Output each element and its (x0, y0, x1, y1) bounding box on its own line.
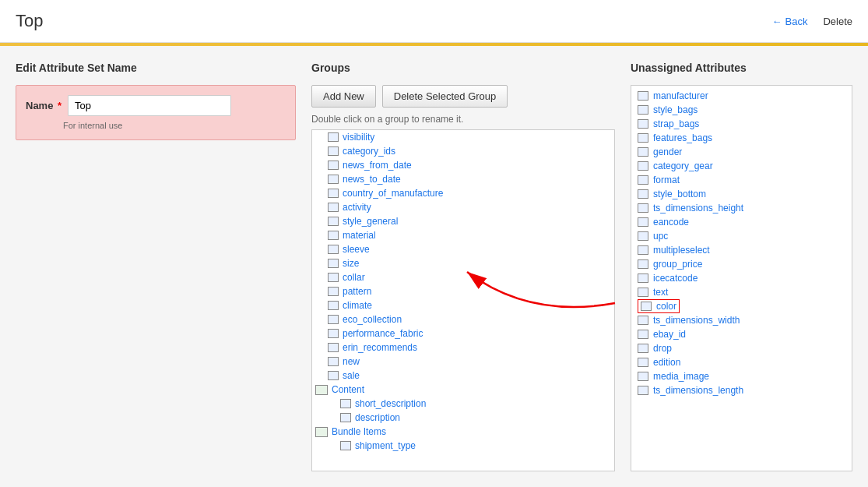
unassigned-item-eancode[interactable]: eancode (638, 215, 845, 229)
unassigned-item-ebay_id[interactable]: ebay_id (638, 327, 845, 341)
delete-selected-group-button[interactable]: Delete Selected Group (382, 85, 508, 108)
unassigned-item-icecatcode[interactable]: icecatcode (638, 271, 845, 285)
unassigned-item-drop[interactable]: drop (638, 341, 845, 355)
attr-icon (328, 259, 339, 268)
attr-icon (328, 301, 339, 310)
tree-item-label: performance_fabric (343, 328, 423, 339)
tree-item-size[interactable]: size (312, 256, 614, 270)
unassigned-item-ts_dimensions_length[interactable]: ts_dimensions_length (638, 383, 845, 397)
group-folder-icon (315, 385, 328, 395)
groups-title: Groups (311, 62, 615, 74)
left-panel: Edit Attribute Set Name Name * For inter… (16, 62, 296, 471)
tree-item-label: material (343, 230, 376, 241)
unassigned-item-color[interactable]: color (638, 299, 680, 313)
tree-item-country_of_manufacture[interactable]: country_of_manufacture (312, 186, 614, 200)
tree-item-news_from_date[interactable]: news_from_date (312, 158, 614, 172)
unassigned-title: Unassigned Attributes (631, 62, 852, 74)
tree-item-label: Bundle Items (332, 426, 386, 437)
unassigned-attr-icon (638, 91, 648, 101)
unassigned-item-ts_dimensions_width[interactable]: ts_dimensions_width (638, 313, 845, 327)
tree-item-new[interactable]: new (312, 355, 614, 369)
tree-item-erin_recommends[interactable]: erin_recommends (312, 341, 614, 355)
unassigned-item-text[interactable]: text (638, 285, 845, 299)
unassigned-item-group_price[interactable]: group_price (638, 257, 845, 271)
unassigned-item-media_image[interactable]: media_image (638, 369, 845, 383)
tree-item-collar[interactable]: collar (312, 270, 614, 284)
unassigned-attr-icon (638, 119, 648, 129)
unassigned-item-category_gear[interactable]: category_gear (638, 159, 845, 173)
attr-icon (328, 161, 339, 170)
tree-item-label: description (355, 412, 400, 423)
attr-icon (328, 343, 339, 352)
tree-item-performance_fabric[interactable]: performance_fabric (312, 326, 614, 341)
tree-item-label: short_description (355, 398, 426, 409)
unassigned-item-manufacturer[interactable]: manufacturer (638, 89, 845, 103)
attr-icon (328, 132, 339, 142)
required-star: * (54, 100, 61, 111)
tree-item-pattern[interactable]: pattern (312, 284, 614, 298)
unassigned-attr-icon (638, 189, 648, 199)
main-content: Edit Attribute Set Name Name * For inter… (0, 46, 868, 487)
unassigned-item-features_bags[interactable]: features_bags (638, 131, 845, 145)
tree-item-sleeve[interactable]: sleeve (312, 242, 614, 256)
attr-icon (328, 245, 339, 254)
unassigned-item-gender[interactable]: gender (638, 145, 845, 159)
right-area: Groups Add New Delete Selected Group Dou… (311, 62, 852, 471)
unassigned-item-edition[interactable]: edition (638, 355, 845, 369)
add-new-button[interactable]: Add New (311, 85, 376, 108)
unassigned-attr-label: ts_dimensions_height (653, 203, 743, 214)
back-button[interactable]: ← Back (772, 16, 808, 27)
groups-tree[interactable]: visibilitycategory_idsnews_from_datenews… (311, 129, 615, 471)
back-arrow-icon: ← (772, 16, 782, 27)
unassigned-attr-icon (638, 217, 648, 227)
unassigned-attr-icon (638, 372, 648, 381)
unassigned-attr-icon (638, 147, 648, 157)
unassigned-item-ts_dimensions_height[interactable]: ts_dimensions_height (638, 201, 845, 215)
unassigned-item-strap_bags[interactable]: strap_bags (638, 117, 845, 131)
tree-item-material[interactable]: material (312, 228, 614, 242)
tree-item-category_ids[interactable]: category_ids (312, 144, 614, 158)
unassigned-item-style_bottom[interactable]: style_bottom (638, 187, 845, 201)
tree-item-label: visibility (343, 132, 374, 143)
unassigned-panel: Unassigned Attributes manufacturerstyle_… (631, 62, 852, 471)
name-label: Name * (26, 100, 61, 111)
unassigned-attr-icon (638, 231, 648, 241)
tree-item-style_general[interactable]: style_general (312, 214, 614, 228)
unassigned-item-upc[interactable]: upc (638, 229, 845, 243)
tree-item-eco_collection[interactable]: eco_collection (312, 312, 614, 326)
tree-item-label: new (343, 356, 360, 367)
unassigned-list[interactable]: manufacturerstyle_bagsstrap_bagsfeatures… (631, 85, 852, 471)
unassigned-attr-label: color (656, 301, 676, 312)
tree-item-Content[interactable]: Content (312, 383, 614, 397)
tree-item-visibility[interactable]: visibility (312, 130, 614, 144)
unassigned-attr-label: format (653, 175, 680, 185)
unassigned-attr-label: ebay_id (653, 329, 686, 340)
tree-item-news_to_date[interactable]: news_to_date (312, 172, 614, 186)
unassigned-attr-label: group_price (653, 259, 702, 270)
unassigned-attr-icon (638, 386, 648, 395)
back-label: Back (785, 16, 808, 27)
tree-item-label: country_of_manufacture (343, 188, 443, 199)
unassigned-item-multipleselect[interactable]: multipleselect (638, 243, 845, 257)
tree-item-label: style_general (343, 216, 398, 227)
delete-button[interactable]: Delete (823, 16, 852, 27)
unassigned-attr-icon (638, 105, 648, 115)
tree-item-Bundle Items[interactable]: Bundle Items (312, 425, 614, 439)
tree-item-label: news_from_date (343, 160, 412, 171)
unassigned-item-style_bags[interactable]: style_bags (638, 103, 845, 117)
tree-item-short_description[interactable]: short_description (312, 397, 614, 411)
attr-icon (328, 273, 339, 282)
tree-item-shipment_type[interactable]: shipment_type (312, 439, 614, 453)
tree-item-sale[interactable]: sale (312, 369, 614, 383)
attr-icon (328, 146, 339, 156)
unassigned-item-format[interactable]: format (638, 173, 845, 187)
name-row: Name * (26, 95, 286, 116)
tree-item-label: climate (343, 300, 372, 311)
tree-item-activity[interactable]: activity (312, 200, 614, 214)
tree-item-climate[interactable]: climate (312, 298, 614, 312)
name-input[interactable] (68, 95, 231, 116)
tree-item-description[interactable]: description (312, 411, 614, 425)
unassigned-attr-label: multipleselect (653, 245, 710, 256)
attr-icon (340, 413, 351, 422)
unassigned-attr-icon (638, 344, 648, 353)
